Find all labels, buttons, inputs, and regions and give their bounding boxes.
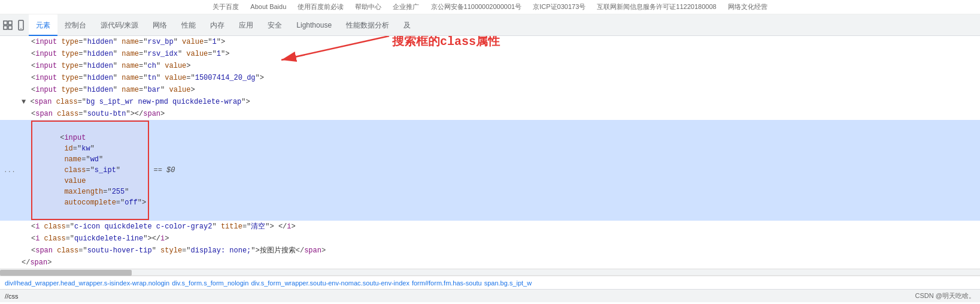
tab-console[interactable]: 控制台 xyxy=(57,14,93,36)
horizontal-scrollbar[interactable] xyxy=(0,269,980,276)
breadcrumb-item-5[interactable]: span.bg.s_ipt_w xyxy=(484,279,532,287)
footer-link-about-baidu-en[interactable]: About Baidu xyxy=(250,3,286,10)
svg-rect-1 xyxy=(8,21,12,25)
tab-application[interactable]: 应用 xyxy=(232,14,260,36)
inspector-icon[interactable] xyxy=(2,20,13,31)
svg-point-5 xyxy=(20,28,22,29)
tab-elements[interactable]: 元素 xyxy=(29,14,57,36)
tab-security[interactable]: 安全 xyxy=(260,14,289,36)
html-line-7: <span class="soutu-btn"></span> xyxy=(0,108,980,120)
tab-lighthouse[interactable]: Lighthouse xyxy=(289,14,339,36)
html-line-12: </span> xyxy=(0,257,980,269)
breadcrumb-item-1[interactable]: div#head_wrapper.head_wrapper.s-isindex-… xyxy=(5,279,169,287)
tab-memory[interactable]: 内存 xyxy=(203,14,232,36)
status-brand: CSDN @明天吃啥。 xyxy=(915,291,975,300)
html-line-11: <span class="soutu-hover-tip" style="dis… xyxy=(0,245,980,257)
html-line-2: <input type="hidden" name="rsv_idx" valu… xyxy=(0,48,980,60)
breadcrumb-item-3[interactable]: div.s_form_wrapper.soutu-env-nomac.soutu… xyxy=(251,279,409,287)
html-line-4: <input type="hidden" name="tn" value="15… xyxy=(0,72,980,84)
status-css: //css xyxy=(5,293,19,300)
footer-link-culture[interactable]: 网络文化经营 xyxy=(728,3,767,10)
svg-line-7 xyxy=(281,36,389,60)
html-line-5: <input type="hidden" name="bar" value> xyxy=(0,84,980,96)
footer-bar: 关于百度 About Baidu 使用百度前必读 帮助中心 企业推广 京公网安备… xyxy=(0,0,980,14)
svg-rect-2 xyxy=(4,26,7,29)
tab-more[interactable]: 及 xyxy=(396,14,418,36)
html-line-10: <i class="quickdelete-line"></i> xyxy=(0,233,980,245)
scrollbar-thumb[interactable] xyxy=(0,270,132,276)
html-line-selected[interactable]: ... <input id="kw" name="wd" class="s_ip… xyxy=(0,120,980,221)
tab-performance[interactable]: 性能 xyxy=(174,14,203,36)
footer-link-enterprise[interactable]: 企业推广 xyxy=(393,3,419,10)
footer-link-jgjw[interactable]: 京公网安备11000002000001号 xyxy=(431,3,522,10)
html-line-3: <input type="hidden" name="ch" value> xyxy=(0,60,980,72)
html-panel: <input type="hidden" name="rsv_bp" value… xyxy=(0,36,980,269)
tab-perf-insights[interactable]: 性能数据分析 xyxy=(339,14,396,36)
html-line-6: ▼ <span class="bg s_ipt_wr new-pmd quick… xyxy=(0,96,980,108)
footer-link-news[interactable]: 互联网新闻信息服务许可证11220180008 xyxy=(597,3,716,10)
breadcrumb-item-2[interactable]: div.s_form.s_form_nologin xyxy=(172,279,248,287)
mobile-icon[interactable] xyxy=(16,20,26,31)
devtools-tabbar: 元素 控制台 源代码/来源 网络 性能 内存 应用 安全 Lighthouse … xyxy=(0,14,980,36)
svg-rect-3 xyxy=(8,26,12,29)
footer-link-icp[interactable]: 京ICP证030173号 xyxy=(533,3,585,10)
breadcrumb-bar: div#head_wrapper.head_wrapper.s-isindex-… xyxy=(0,276,980,289)
footer-link-help[interactable]: 帮助中心 xyxy=(355,3,381,10)
footer-link-terms[interactable]: 使用百度前必读 xyxy=(298,3,344,10)
tab-network[interactable]: 网络 xyxy=(145,14,174,36)
annotation-arrow xyxy=(233,36,413,69)
breadcrumb-item-4[interactable]: form#form.fm.has-soutu xyxy=(412,279,482,287)
html-line-9: <i class="c-icon quickdelete c-color-gra… xyxy=(0,221,980,233)
svg-rect-0 xyxy=(4,21,7,25)
tab-sources[interactable]: 源代码/来源 xyxy=(93,14,145,36)
footer-link-about-baidu-cn[interactable]: 关于百度 xyxy=(213,3,239,10)
status-bar: //css CSDN @明天吃啥。 xyxy=(0,289,980,302)
